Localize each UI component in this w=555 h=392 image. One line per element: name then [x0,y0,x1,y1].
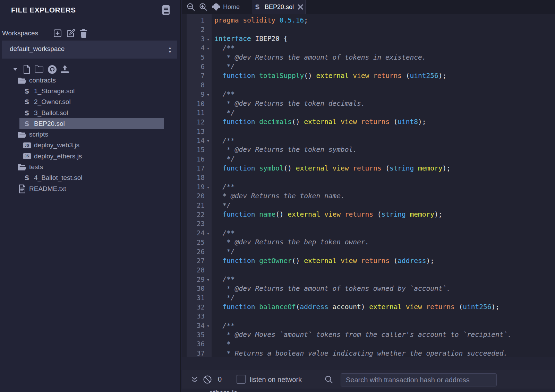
code-line-10[interactable]: 10 * @dev Returns the token decimals. [182,99,555,108]
code-text: */ [212,294,235,302]
code-line-23[interactable]: 23 [182,219,555,228]
code-line-12[interactable]: 12 function decimals() external view ret… [182,117,555,127]
upload-file-icon[interactable] [60,65,69,74]
terminal-content[interactable]: ›ethers.js [182,389,555,392]
tab-bep20-sol[interactable]: SBEP20.sol [252,0,306,14]
code-text: */ [212,155,235,163]
tree-item-readme-txt[interactable]: README.txt [0,183,180,194]
workspace-select[interactable]: default_workspace ▲▼ [2,41,177,59]
code-line-36[interactable]: 36 * [182,339,555,349]
tree-item-4-ballot-test-sol[interactable]: S4_Ballot_test.sol [0,173,180,183]
code-line-13[interactable]: 13 [182,127,555,136]
code-line-22[interactable]: 22 function name() external view returns… [182,210,555,219]
github-icon[interactable] [48,65,57,74]
terminal-toolbar: 0 listen on network [182,370,555,389]
code-text: * @dev Returns the amount of tokens in e… [212,53,426,61]
code-line-15[interactable]: 15 * @dev Returns the token symbol. [182,145,555,155]
code-text: */ [212,201,231,209]
code-line-31[interactable]: 31 */ [182,293,555,303]
code-line-4[interactable]: 4▾ /** [182,43,555,53]
remix-icon [212,2,221,11]
collapse-tree-chevron-icon[interactable] [12,67,19,71]
fold-chevron-icon[interactable]: ▾ [205,138,212,143]
close-tab-icon[interactable] [297,4,304,10]
line-number: 24 [182,229,205,237]
tree-item-label: BEP20.sol [34,120,65,128]
line-number: 12 [182,118,205,126]
fold-chevron-icon[interactable]: ▾ [205,277,212,282]
fold-chevron-icon[interactable]: ▾ [205,323,212,328]
tree-item-bep20-sol[interactable]: SBEP20.sol [19,118,164,129]
new-folder-icon[interactable] [34,64,44,73]
create-workspace-icon[interactable] [53,29,62,38]
code-line-8[interactable]: 8 [182,80,555,90]
code-line-32[interactable]: 32 function balanceOf(address account) e… [182,302,555,312]
line-number: 20 [182,192,205,200]
tree-item-3-ballot-sol[interactable]: S3_Ballot.sol [0,107,180,118]
code-line-21[interactable]: 21 */ [182,201,555,210]
code-line-25[interactable]: 25 * @dev Returns the bep token owner. [182,238,555,247]
code-line-37[interactable]: 37 * Returns a boolean value indicating … [182,349,555,357]
code-line-28[interactable]: 28 [182,265,555,275]
code-line-9[interactable]: 9▾ /** [182,90,555,99]
code-line-11[interactable]: 11 */ [182,108,555,117]
fold-chevron-icon[interactable]: ▾ [205,36,212,41]
code-editor[interactable]: 1pragma solidity 0.5.16;23▾interface IBE… [182,14,555,357]
code-line-33[interactable]: 33 [182,312,555,321]
terminal-panel: 0 listen on network ›ethers.js [182,357,555,392]
tree-item-tests[interactable]: tests [0,162,180,172]
code-line-7[interactable]: 7 function totalSupply() external view r… [182,71,555,80]
code-line-19[interactable]: 19▾ /** [182,182,555,191]
fold-chevron-icon[interactable]: ▾ [205,184,212,189]
code-line-35[interactable]: 35 * @dev Moves `amount` tokens from the… [182,330,555,339]
solidity-icon: S [22,87,32,96]
tree-item-label: scripts [29,131,48,138]
rename-workspace-icon[interactable] [66,29,75,38]
code-text: /** [212,44,235,52]
listen-on-network-checkbox[interactable] [237,375,246,384]
tree-item-deploy-ethers-js[interactable]: JSdeploy_ethers.js [0,151,180,162]
code-line-3[interactable]: 3▾interface IBEP20 { [182,34,555,43]
tree-item-scripts[interactable]: scripts [0,129,180,140]
log-caret-icon[interactable]: › [203,389,205,392]
new-file-icon[interactable] [23,64,31,74]
code-line-2[interactable]: 2 [182,25,555,34]
fold-chevron-icon[interactable]: ▾ [205,45,212,50]
tree-item-1-storage-sol[interactable]: S1_Storage.sol [0,86,180,96]
line-number: 23 [182,220,205,227]
code-line-1[interactable]: 1pragma solidity 0.5.16; [182,16,555,25]
code-line-14[interactable]: 14▾ /** [182,136,555,145]
expand-terminal-icon[interactable] [191,375,198,384]
code-text: /** [212,322,235,330]
terminal-search-input[interactable] [341,373,497,386]
tree-item-2-owner-sol[interactable]: S2_Owner.sol [0,97,180,107]
code-line-20[interactable]: 20 * @dev Returns the token name. [182,191,555,201]
fold-chevron-icon[interactable]: ▾ [205,230,212,235]
tree-item-contracts[interactable]: contracts [0,75,180,86]
code-line-6[interactable]: 6 */ [182,62,555,71]
tree-item-deploy-web3-js[interactable]: JSdeploy_web3.js [0,140,180,151]
folder-open-icon [17,163,27,172]
clear-console-icon[interactable] [203,375,212,384]
tab-home[interactable]: Home [211,0,252,14]
fold-chevron-icon[interactable]: ▾ [205,92,212,97]
code-line-18[interactable]: 18 [182,173,555,182]
line-number: 30 [182,285,205,292]
documentation-book-icon[interactable] [161,5,171,15]
delete-workspace-icon[interactable] [79,29,88,38]
code-line-16[interactable]: 16 */ [182,154,555,164]
tree-item-label: contracts [29,77,56,84]
fold-spacer [205,177,212,178]
code-line-17[interactable]: 17 function symbol() external view retur… [182,164,555,173]
code-line-27[interactable]: 27 function getOwner() external view ret… [182,256,555,265]
code-line-26[interactable]: 26 */ [182,247,555,256]
line-number: 5 [182,53,205,61]
code-line-24[interactable]: 24▾ /** [182,228,555,238]
code-line-34[interactable]: 34▾ /** [182,321,555,330]
file-explorer-panel: FILE EXPLORERS Workspaces [0,0,181,392]
code-text: function name() external view returns (s… [212,210,443,218]
line-number: 15 [182,146,205,154]
code-line-30[interactable]: 30 * @dev Returns the amount of tokens o… [182,284,555,293]
code-line-5[interactable]: 5 * @dev Returns the amount of tokens in… [182,53,555,62]
code-line-29[interactable]: 29▾ /** [182,275,555,284]
